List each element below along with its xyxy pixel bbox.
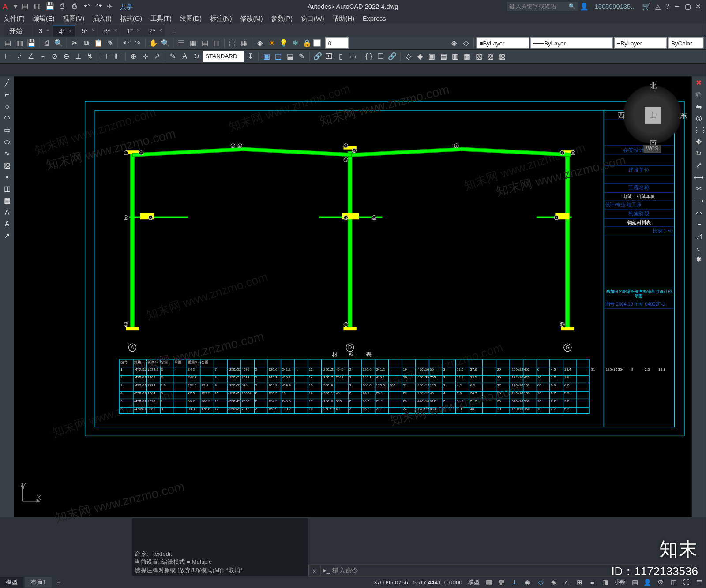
join-icon[interactable]: ⧞ <box>693 219 705 229</box>
table-icon[interactable]: ▦ <box>1 195 13 206</box>
layer-select[interactable]: 0 <box>325 37 349 48</box>
ortho-icon[interactable]: ⊥ <box>508 578 521 586</box>
redo-icon[interactable]: ↷ <box>132 37 143 48</box>
move-icon[interactable]: ✥ <box>693 136 705 147</box>
paste-icon[interactable]: 📋 <box>93 37 104 48</box>
qat-saveas-icon[interactable]: ⎙ <box>57 2 67 11</box>
doctab-4[interactable]: 4*× <box>53 25 75 37</box>
help-search-input[interactable]: 鍵入关键字或短语 🔍 <box>507 2 578 11</box>
layout-model[interactable]: 模型 <box>0 577 23 588</box>
xchange-icon[interactable]: 🛒 <box>642 2 651 11</box>
gear-icon[interactable]: ⚙ <box>654 578 667 586</box>
user-label[interactable]: 1505999135... <box>595 3 636 10</box>
drawing-area[interactable]: 知末网 www.znzmo.com 知末网 www.znzmo.com 知末网 … <box>14 76 692 517</box>
dimupd-icon[interactable]: ↻ <box>191 51 202 62</box>
polar-icon[interactable]: ◉ <box>521 578 534 586</box>
custom-icon[interactable]: ☰ <box>693 578 706 586</box>
c2-icon[interactable]: ◆ <box>415 51 425 62</box>
offset-icon[interactable]: ◎ <box>693 113 705 124</box>
iso-icon[interactable]: ◫ <box>667 578 680 586</box>
cmd-close-icon[interactable]: × <box>308 565 320 577</box>
layerprev-icon[interactable]: ◇ <box>461 37 471 48</box>
bulb-icon[interactable]: 💡 <box>278 37 289 48</box>
window-close-icon[interactable]: ✕ <box>693 3 703 10</box>
fillet-icon[interactable]: ◟ <box>693 242 705 253</box>
sun-icon[interactable]: ☀ <box>267 37 277 48</box>
qat-save-icon[interactable]: 💾 <box>45 2 54 11</box>
line-icon[interactable]: ╱ <box>1 78 13 88</box>
dimcont-icon[interactable]: ⊢⊢ <box>101 51 111 62</box>
pdf-icon[interactable]: ▭ <box>348 51 358 62</box>
field-icon[interactable]: { } <box>364 51 374 62</box>
menu-caret-icon[interactable]: ▾ <box>14 2 17 11</box>
c6-icon[interactable]: ▦ <box>462 51 472 62</box>
lineweight-select[interactable]: ━ ByLayer <box>614 37 667 48</box>
lock-icon[interactable]: 🔒 <box>302 37 312 48</box>
dwf-icon[interactable]: ▯ <box>336 51 346 62</box>
block-icon[interactable]: ◫ <box>273 51 284 62</box>
rotate-icon[interactable]: ↻ <box>693 148 705 159</box>
leader-icon[interactable]: ↗ <box>152 51 162 62</box>
grid-icon[interactable]: ▦ <box>482 578 495 586</box>
mleader-icon[interactable]: ↗ <box>1 231 13 241</box>
extend-icon[interactable]: ⟶ <box>693 195 705 206</box>
menu-draw[interactable]: 绘图(D) <box>180 14 202 22</box>
help-icon[interactable]: ? <box>665 2 669 11</box>
qat-open-icon[interactable]: ▥ <box>33 2 42 11</box>
dc-icon[interactable]: ▦ <box>188 37 198 48</box>
dyn-icon[interactable]: ⊞ <box>573 578 586 586</box>
dimjog-icon[interactable]: ↯ <box>85 51 95 62</box>
menu-help[interactable]: 帮助(H) <box>332 14 354 22</box>
close-icon[interactable]: × <box>137 25 140 37</box>
explode-icon[interactable]: ✸ <box>693 254 705 265</box>
trim-icon[interactable]: ✂ <box>693 184 705 194</box>
ctr-icon[interactable]: ⊹ <box>140 51 150 62</box>
menu-param[interactable]: 参数(P) <box>271 14 293 22</box>
layout-add-icon[interactable]: ＋ <box>53 578 65 586</box>
share-label[interactable]: 共享 <box>120 2 133 11</box>
tp-icon[interactable]: ▤ <box>199 37 210 48</box>
dimlin-icon[interactable]: ⊢ <box>2 51 13 62</box>
dimbase-icon[interactable]: ⊩ <box>113 51 123 62</box>
dimalign-icon[interactable]: ⟋ <box>14 51 25 62</box>
open-icon[interactable]: ▥ <box>14 37 25 48</box>
decimals-label[interactable]: 小数 <box>612 578 628 586</box>
break-icon[interactable]: ⧟ <box>693 207 705 217</box>
tol-icon[interactable]: ⊕ <box>128 51 139 62</box>
dimsty-icon[interactable]: ↧ <box>245 51 256 62</box>
stretch-icon[interactable]: ⟷ <box>693 172 705 182</box>
point-icon[interactable]: • <box>1 172 13 182</box>
tpy-icon[interactable]: ◨ <box>599 578 612 586</box>
pline-icon[interactable]: ⌐ <box>1 90 13 100</box>
app-logo[interactable]: A <box>2 2 8 11</box>
menu-view[interactable]: 视图(V) <box>63 14 84 22</box>
linetype-select[interactable]: ━━━ ByLayer <box>530 37 613 48</box>
snap-icon[interactable]: ▩ <box>495 578 508 586</box>
region-icon[interactable]: ◫ <box>1 184 13 194</box>
c3-icon[interactable]: ▣ <box>426 51 437 62</box>
search-icon[interactable]: 🔍 <box>568 2 575 11</box>
qat-redo-icon[interactable]: ↷ <box>94 2 104 11</box>
pan-icon[interactable]: ✋ <box>148 37 159 48</box>
command-history[interactable]: 命令: _textedit 当前设置: 编辑模式 = Multiple 选择注释… <box>132 517 308 576</box>
menu-insert[interactable]: 插入(I) <box>93 14 112 22</box>
window-minimize-icon[interactable]: ━ <box>672 3 682 10</box>
wcs-label[interactable]: WCS <box>643 145 661 153</box>
qat-undo-icon[interactable]: ↶ <box>82 2 91 11</box>
qat-plot-icon[interactable]: ⎙ <box>70 2 79 11</box>
menu-express[interactable]: Express <box>363 15 386 22</box>
dimang-icon[interactable]: ∠ <box>26 51 37 62</box>
dimdia-icon[interactable]: ⊖ <box>61 51 72 62</box>
doctab-start[interactable]: 开始 <box>4 25 32 37</box>
wblock-icon[interactable]: ⬓ <box>285 51 295 62</box>
menu-modify[interactable]: 修改(M) <box>240 14 263 22</box>
otrack-icon[interactable]: ∠ <box>560 578 573 586</box>
c8-icon[interactable]: ▨ <box>485 51 496 62</box>
dimted-icon[interactable]: A <box>180 51 190 62</box>
xref-icon[interactable]: 🔗 <box>312 51 323 62</box>
cut-icon[interactable]: ✂ <box>69 37 80 48</box>
menu-window[interactable]: 窗口(W) <box>301 14 324 22</box>
doctab-3[interactable]: 3× <box>33 25 52 37</box>
arc-icon[interactable]: ◠ <box>1 113 13 124</box>
undo-icon[interactable]: ↶ <box>120 37 131 48</box>
